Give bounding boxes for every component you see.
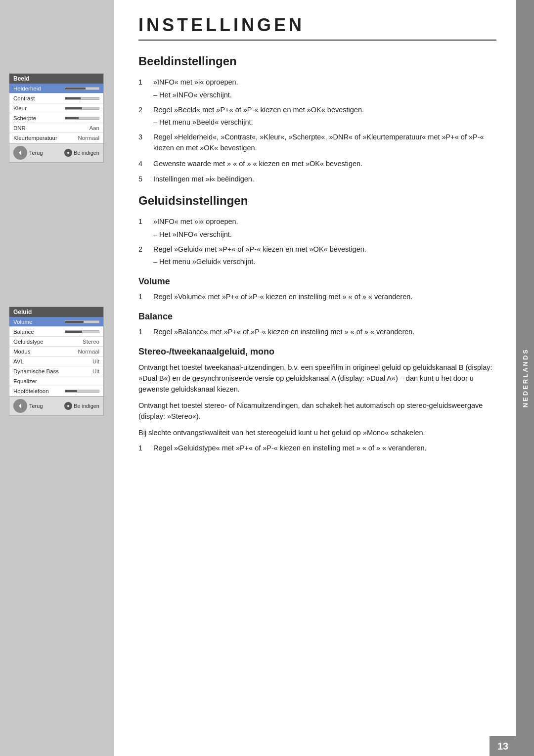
- panel-row[interactable]: Hoofdtelefoon: [9, 386, 103, 396]
- stereo-list: 1 Regel »Geluidstype« met »P+« of »P-« k…: [138, 443, 496, 454]
- beeld-panel-nav: Terug ● Be indigen: [9, 143, 103, 162]
- panel-row[interactable]: Scherpte: [9, 113, 103, 123]
- sub-note: – Het »INFO« verschijnt.: [138, 90, 496, 101]
- geluid-nav-back-icon[interactable]: [13, 399, 27, 413]
- sub-note: – Het menu »Geluid« verschijnt.: [138, 257, 496, 267]
- beeld-ok-circle: ●: [64, 149, 72, 157]
- beeld-nav-back-label: Terug: [29, 150, 43, 156]
- panel-row[interactable]: Kleur: [9, 103, 103, 113]
- balance-list: 1 Regel »Balance« met »P+« of »P-« kieze…: [138, 327, 496, 338]
- panel-row[interactable]: Equalizer: [9, 376, 103, 386]
- geluid-ok-circle: ●: [64, 402, 72, 410]
- geluid-nav-ok[interactable]: ● Be indigen: [64, 402, 99, 410]
- list-item: 4 Gewenste waarde met » « of » « kiezen …: [138, 159, 496, 170]
- sub-note: – Het »INFO« verschijnt.: [138, 229, 496, 240]
- stereo-para3: Bij slechte ontvangstkwaliteit van het s…: [138, 427, 496, 438]
- geluidsinstellingen-heading: Geluidsinstellingen: [138, 194, 496, 208]
- left-sidebar: Beeld Helderheid Contrast Kleur Scherpte…: [0, 0, 114, 756]
- panel-row[interactable]: Kleurtemperatuur Normaal: [9, 133, 103, 143]
- beeld-nav-ok[interactable]: ● Be indigen: [64, 149, 99, 157]
- beeld-nav-back-icon[interactable]: [13, 146, 27, 160]
- geluid-panel-title: Geluid: [9, 307, 103, 317]
- beeldinstellingen-list: 1 »INFO« met »i« oproepen. – Het »INFO« …: [138, 77, 496, 185]
- beeld-panel-title: Beeld: [9, 74, 103, 84]
- list-item: 1 Regel »Balance« met »P+« of »P-« kieze…: [138, 327, 496, 338]
- page-title: INSTELLINGEN: [138, 15, 496, 41]
- list-item: 1 Regel »Geluidstype« met »P+« of »P-« k…: [138, 443, 496, 454]
- panel-row[interactable]: Modus Normaal: [9, 347, 103, 356]
- list-item: 5 Instellingen met »i« beëindigen.: [138, 174, 496, 185]
- list-item: 2 Regel »Beeld« met »P+« of »P-« kiezen …: [138, 105, 496, 116]
- list-item: 2 Regel »Geluid« met »P+« of »P-« kiezen…: [138, 244, 496, 255]
- panel-row[interactable]: Contrast: [9, 93, 103, 103]
- beeld-menu-panel: Beeld Helderheid Contrast Kleur Scherpte…: [9, 73, 104, 163]
- panel-row[interactable]: AVL Uit: [9, 356, 103, 366]
- beeldinstellingen-heading: Beeldinstellingen: [138, 54, 496, 68]
- panel-row[interactable]: Volume: [9, 317, 103, 327]
- geluidsinstellingen-section: Geluidsinstellingen 1 »INFO« met »i« opr…: [138, 194, 496, 454]
- right-sidebar: NEDERLANDS: [516, 0, 534, 756]
- svg-marker-0: [19, 150, 21, 155]
- sub-note: – Het menu »Beeld« verschijnt.: [138, 117, 496, 128]
- geluid-menu-panel: Geluid Volume Balance Geluidstype Stereo…: [9, 307, 104, 416]
- panel-row[interactable]: Helderheid: [9, 84, 103, 93]
- beeld-ok-label: Be indigen: [74, 150, 99, 156]
- balance-heading: Balance: [138, 311, 496, 322]
- list-item: 1 Regel »Volume« met »P+« of »P-« kiezen…: [138, 292, 496, 303]
- list-item: 1 »INFO« met »i« oproepen.: [138, 217, 496, 227]
- main-content: INSTELLINGEN Beeldinstellingen 1 »INFO« …: [114, 0, 516, 756]
- volume-heading: Volume: [138, 276, 496, 287]
- panel-row[interactable]: DNR Aan: [9, 123, 103, 133]
- panel-row[interactable]: Balance: [9, 327, 103, 337]
- geluid-panel-nav: Terug ● Be indigen: [9, 396, 103, 415]
- stereo-para1: Ontvangt het toestel tweekanaal-uitzendi…: [138, 362, 496, 395]
- svg-marker-1: [19, 403, 21, 408]
- panel-row[interactable]: Dynamische Bass Uit: [9, 366, 103, 376]
- stereo-heading: Stereo-/tweekanaalgeluid, mono: [138, 347, 496, 357]
- beeldinstellingen-section: Beeldinstellingen 1 »INFO« met »i« oproe…: [138, 54, 496, 185]
- geluid-nav-back-label: Terug: [29, 403, 43, 409]
- list-item: 3 Regel »Helderheid«, »Contrast«, »Kleur…: [138, 132, 496, 154]
- volume-list: 1 Regel »Volume« met »P+« of »P-« kiezen…: [138, 292, 496, 303]
- geluid-ok-label: Be indigen: [74, 403, 99, 409]
- geluidsinstellingen-list: 1 »INFO« met »i« oproepen. – Het »INFO« …: [138, 217, 496, 267]
- list-item: 1 »INFO« met »i« oproepen.: [138, 77, 496, 88]
- panel-row[interactable]: Geluidstype Stereo: [9, 337, 103, 347]
- language-label: NEDERLANDS: [522, 348, 529, 407]
- stereo-para2: Ontvangt het toestel stereo- of Nicamuit…: [138, 400, 496, 422]
